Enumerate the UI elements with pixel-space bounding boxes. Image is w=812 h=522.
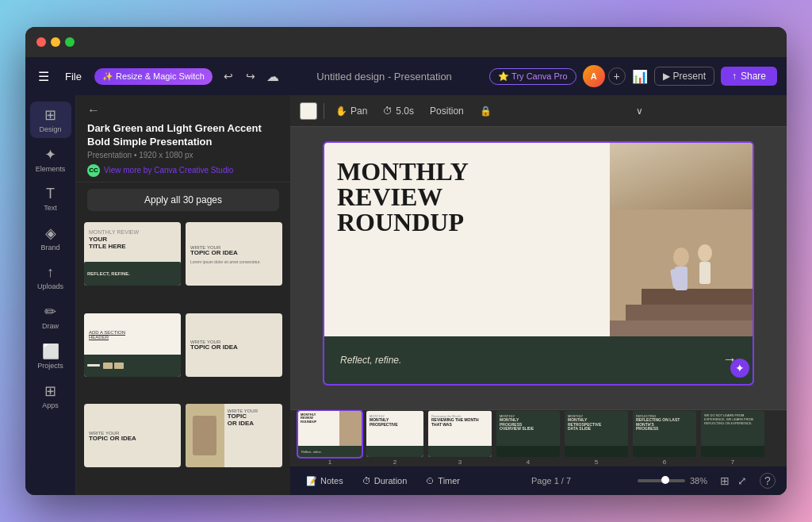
undo-button[interactable]: ↩ [219,67,238,86]
panel-header: ← Dark Green and Light Green Accent Bold… [76,95,290,182]
panel-author: CC View more by Canva Creative Studio [87,164,279,177]
template-thumb-2[interactable]: Write Your Topic or Idea Lorem ipsum dol… [186,222,282,286]
minimize-button[interactable] [51,37,60,47]
thumb-3-header: ADD A SECTIONHEADER [89,330,176,340]
thumb-slide-1[interactable]: MONTHLYREVIEWROUNDUP Reflect, refine. [298,411,362,457]
sidebar-item-text[interactable]: T Text [30,181,71,217]
brand-icon: ◈ [45,225,56,242]
apply-all-button[interactable]: Apply all 30 pages [87,189,279,211]
people-illustration [610,209,753,336]
sidebar-item-elements[interactable]: ✦ Elements [30,141,71,178]
main-slide[interactable]: ↺ MONTHLYREVIEWROUNDUP [324,143,753,384]
grid-view-button[interactable]: ⊞ [717,473,733,489]
timer-label: Timer [438,476,460,486]
duration-value: 5.0s [396,106,414,117]
slide-text-area: MONTHLYREVIEWROUNDUP [324,143,610,336]
toolbar-right: ⭐ Try Canva Pro A + 📊 ▶ Present ↑ Share [489,65,777,87]
notes-button[interactable]: 📝 Notes [301,474,348,489]
page-indicator: Page 1 / 7 [474,476,628,486]
sidebar-item-uploads[interactable]: ↑ Uploads [30,259,71,295]
sidebar-item-brand[interactable]: ◈ Brand [30,220,71,256]
pan-button[interactable]: ✋ Pan [331,103,372,119]
magic-button[interactable]: ✦ [730,359,749,378]
cloud-save-button[interactable]: ☁ [266,69,279,84]
position-label: Position [430,106,464,117]
thumb-1-num: 1 [328,459,331,466]
thumb-slide-wrapper-3: Reviewing the Month REVIEWING THE MONTHT… [428,411,492,466]
thumb-1-bottom: Reflect, refine. [301,450,322,454]
undo-redo-group: ↩ ↪ [219,67,260,86]
slide-bottom: Reflect, refine. → [324,336,753,384]
design-icon: ⊞ [44,106,56,124]
close-button[interactable] [36,37,46,47]
add-people-button[interactable]: + [608,67,626,85]
duration-button[interactable]: ⏱ Duration [358,474,412,488]
thumb-slide-wrapper-1: MONTHLYREVIEWROUNDUP Reflect, refine. 1 [298,411,362,466]
sidebar-item-draw[interactable]: ✏ Draw [30,298,71,335]
avatar-group: A + [583,65,626,87]
expand-button[interactable]: ∨ [631,103,648,119]
thumb-slide-4[interactable]: Monthly MONTHLYPROGRESSOVERVIEW SLIDE [496,411,560,457]
template-thumb-6[interactable]: Write Your TopicOr Idea [186,404,282,467]
reflect-text: Reflect, refine. [340,355,401,366]
canvas-scroll[interactable]: ↺ MONTHLYREVIEWROUNDUP [290,127,787,409]
uploads-icon: ↑ [47,264,54,281]
sidebar-item-projects[interactable]: ⬜ Projects [30,338,71,374]
thumb-slide-wrapper-4: Monthly MONTHLYPROGRESSOVERVIEW SLIDE 4 [496,411,560,466]
share-label: Share [741,71,766,82]
try-canva-pro-button[interactable]: ⭐ Try Canva Pro [489,68,576,85]
thumb-4-num: 4 [527,459,530,466]
view-buttons: ⊞ ⤢ [717,473,750,489]
zoom-slider[interactable] [638,479,685,482]
draw-icon: ✏ [44,303,56,320]
sidebar-item-projects-label: Projects [37,362,63,370]
sidebar-item-apps[interactable]: ⊞ Apps [30,378,71,414]
panel-back-button[interactable]: ← [87,103,100,117]
titlebar [25,27,787,57]
sidebar-item-design-label: Design [39,125,61,133]
present-button[interactable]: ▶ Present [654,67,714,86]
thumb-1-body: Reflect, refine. [87,271,130,276]
fullscreen-button[interactable]: ⤢ [734,473,750,489]
position-button[interactable]: Position [425,103,469,119]
hamburger-button[interactable]: ☰ [35,66,52,87]
thumb-slide-3[interactable]: Reviewing the Month REVIEWING THE MONTHT… [428,411,492,457]
color-swatch[interactable] [300,102,317,120]
thumb-3-text: REVIEWING THE MONTHTHAT WAS [431,418,488,427]
template-thumb-4[interactable]: Write Your Topic or Idea [186,313,282,377]
duration-button[interactable]: ⏱ 5.0s [378,103,419,119]
svg-point-7 [698,244,712,262]
thumb-slide-2[interactable]: Monthly MONTHLYPROSPECTIVE [366,411,423,457]
thumb-slide-wrapper-7: WE DO NOT LEARN FROM EXPERIENCE, WE LEAR… [701,411,764,466]
template-thumb-5[interactable]: Write Your Topic or Idea [84,404,181,467]
slide-image [610,143,753,336]
thumb-4-text: MONTHLYPROGRESSOVERVIEW SLIDE [500,418,557,432]
thumb-slide-6[interactable]: Reflecting REFLECTING ON LASTMONTH'SPROG… [633,411,696,457]
help-button[interactable]: ? [760,473,776,489]
present-icon: ▶ [663,71,670,82]
maximize-button[interactable] [65,37,75,47]
thumb-slide-5[interactable]: Monthly MONTHLYRETROSPECTIVEDATA SLIDE [565,411,628,457]
magic-switch-button[interactable]: ✨ Resize & Magic Switch [94,68,213,85]
pan-icon: ✋ [335,106,347,117]
redo-button[interactable]: ↪ [241,67,260,86]
share-button[interactable]: ↑ Share [721,67,777,86]
document-title: Untitled design - Presentation [285,71,483,83]
thumbnail-strip: MONTHLYREVIEWROUNDUP Reflect, refine. 1 [290,409,787,466]
thumb-slide-7[interactable]: WE DO NOT LEARN FROM EXPERIENCE, WE LEAR… [701,411,764,457]
zoom-control: 38% [638,476,707,486]
slide-main-title: MONTHLYREVIEWROUNDUP [337,159,469,235]
thumb-3-num: 3 [458,459,462,466]
sidebar-item-brand-label: Brand [40,244,59,251]
canvas-toolbar: ✋ Pan ⏱ 5.0s Position 🔒 ∨ [290,95,787,127]
lock-button[interactable]: 🔒 [475,103,496,119]
template-thumb-1[interactable]: Monthly Review YOURTITLE HERE Reflect, r… [84,222,181,286]
toolbar-left: ☰ File ✨ Resize & Magic Switch ↩ ↪ ☁ [35,66,279,87]
sidebar-item-design[interactable]: ⊞ Design [30,102,71,138]
author-link[interactable]: View more by Canva Creative Studio [104,166,233,175]
analytics-button[interactable]: 📊 [632,69,648,84]
template-thumb-3[interactable]: ADD A SECTIONHEADER [84,313,181,377]
thumb-6-num: 6 [663,459,666,466]
file-button[interactable]: File [59,67,88,86]
timer-button[interactable]: ⏲ Timer [421,474,465,488]
